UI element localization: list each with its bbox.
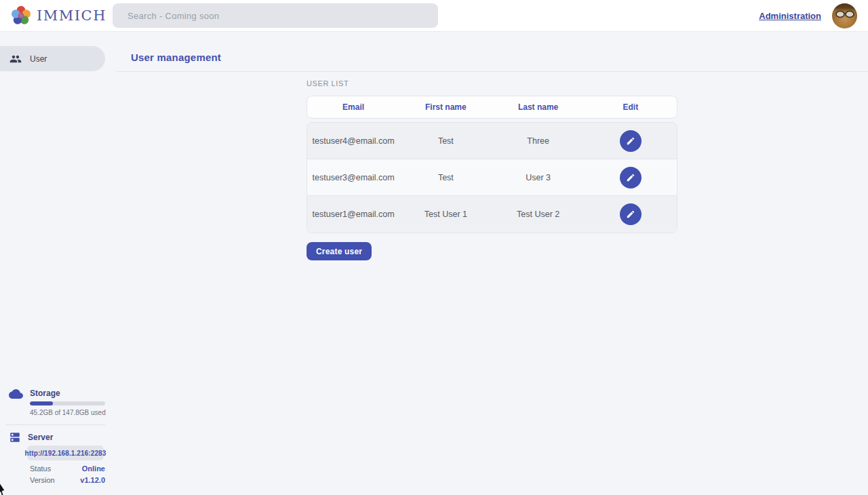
page-title: User management bbox=[131, 52, 221, 63]
sidebar-item-user[interactable]: User bbox=[0, 46, 105, 71]
mouse-cursor bbox=[0, 481, 9, 495]
storage-progress-bar bbox=[30, 401, 105, 405]
search-input[interactable] bbox=[113, 3, 438, 28]
user-table-body: testuser4@email.com Test Three testuser3… bbox=[307, 122, 677, 233]
column-header-edit: Edit bbox=[585, 102, 677, 112]
server-title: Server bbox=[28, 433, 53, 442]
app-name: IMMICH bbox=[37, 7, 106, 24]
title-divider bbox=[116, 71, 868, 72]
storage-progress-fill bbox=[30, 401, 53, 405]
edit-user-button[interactable] bbox=[620, 167, 642, 189]
user-email: testuser1@email.com bbox=[307, 210, 399, 219]
server-icon bbox=[9, 431, 21, 443]
pencil-icon bbox=[626, 136, 635, 146]
top-bar: IMMICH Administration bbox=[0, 0, 868, 32]
table-row: testuser1@email.com Test User 1 Test Use… bbox=[307, 196, 677, 233]
user-list-section-label: USER LIST bbox=[307, 79, 349, 87]
version-label: Version bbox=[30, 476, 55, 484]
administration-link[interactable]: Administration bbox=[759, 11, 821, 21]
column-header-first-name: First name bbox=[399, 102, 492, 112]
app-logo[interactable]: IMMICH bbox=[0, 4, 113, 27]
user-first-name: Test User 1 bbox=[399, 210, 492, 219]
edit-user-button[interactable] bbox=[620, 130, 642, 152]
create-user-button[interactable]: Create user bbox=[307, 242, 372, 260]
panel-divider bbox=[5, 424, 105, 425]
server-version-row: Version v1.12.0 bbox=[30, 476, 105, 484]
status-value: Online bbox=[82, 464, 105, 473]
cloud-icon bbox=[9, 388, 23, 399]
user-last-name: Three bbox=[492, 136, 585, 146]
immich-flower-icon bbox=[9, 4, 33, 27]
pencil-icon bbox=[626, 173, 635, 182]
user-last-name: Test User 2 bbox=[492, 210, 585, 219]
server-url-badge: http://192.168.1.216:2283 bbox=[27, 446, 104, 460]
user-first-name: Test bbox=[399, 173, 492, 182]
user-email: testuser3@email.com bbox=[307, 173, 399, 182]
storage-title: Storage bbox=[30, 389, 60, 398]
table-row: testuser3@email.com Test User 3 bbox=[307, 159, 677, 196]
column-header-email: Email bbox=[307, 102, 399, 112]
column-header-last-name: Last name bbox=[492, 102, 585, 112]
user-table-header: Email First name Last name Edit bbox=[307, 96, 677, 119]
pencil-icon bbox=[626, 210, 635, 219]
glasses-on-avatar bbox=[835, 9, 855, 19]
user-email: testuser4@email.com bbox=[307, 136, 399, 146]
user-last-name: User 3 bbox=[492, 173, 585, 182]
user-first-name: Test bbox=[399, 136, 492, 146]
edit-user-button[interactable] bbox=[620, 203, 642, 225]
storage-usage-text: 45.2GB of 147.8GB used bbox=[30, 409, 106, 416]
table-row: testuser4@email.com Test Three bbox=[307, 123, 677, 159]
storage-panel: Storage 45.2GB of 147.8GB used bbox=[0, 388, 113, 399]
version-value: v1.12.0 bbox=[80, 476, 105, 484]
user-avatar[interactable] bbox=[832, 3, 857, 28]
server-status-row: Status Online bbox=[30, 464, 105, 473]
users-group-icon bbox=[9, 53, 22, 65]
status-label: Status bbox=[30, 464, 51, 473]
server-panel: Server http://192.168.1.216:2283 Status … bbox=[0, 431, 113, 443]
sidebar-item-user-label: User bbox=[30, 54, 47, 64]
